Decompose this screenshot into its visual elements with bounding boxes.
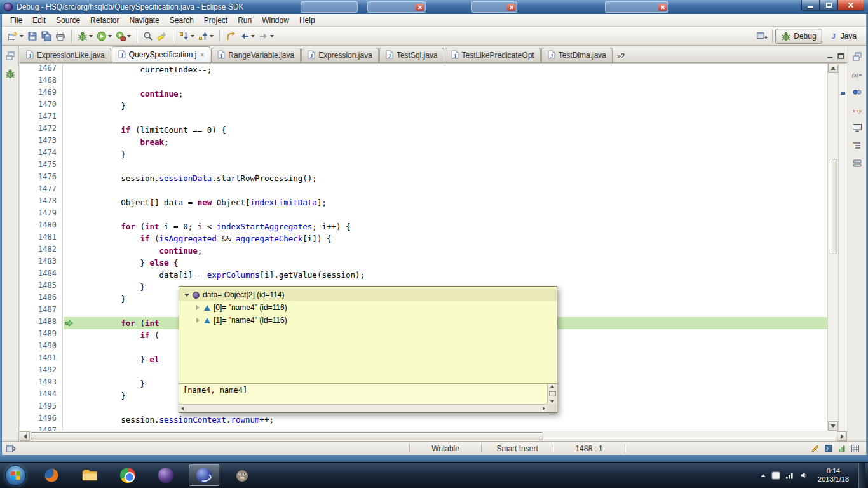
show-desktop-button[interactable] — [858, 463, 865, 488]
code-line[interactable] — [64, 112, 827, 124]
line-number[interactable]: 1477 — [20, 184, 62, 196]
code-line[interactable]: break; — [64, 136, 827, 148]
line-number[interactable]: 1494 — [20, 390, 62, 402]
horizontal-scroll-thumb[interactable] — [31, 432, 543, 440]
outline-view-icon[interactable] — [850, 139, 864, 151]
code-line[interactable]: } else { — [64, 257, 827, 269]
editor-tab[interactable]: JTestSql.java — [379, 48, 444, 62]
code-line[interactable]: data[i] = exprColumns[i].getValue(sessio… — [64, 269, 827, 281]
taskbar-chrome-icon[interactable] — [112, 464, 143, 486]
code-line[interactable]: session.sessionContext.rownum++; — [64, 414, 827, 426]
new-wizard-dropdown-icon[interactable] — [20, 35, 24, 37]
menu-file[interactable]: File — [5, 15, 27, 26]
line-number[interactable]: 1492 — [20, 365, 62, 377]
line-number[interactable]: 1481 — [20, 233, 62, 245]
line-number[interactable]: 1488 — [20, 317, 62, 329]
editor-tab[interactable]: JExpression.java — [301, 48, 379, 62]
expressions-view-icon[interactable]: x+y — [850, 104, 864, 116]
collapse-arrow-icon[interactable] — [182, 290, 191, 300]
code-line[interactable]: currentIndex--; — [64, 64, 827, 76]
line-number[interactable]: 1471 — [20, 112, 62, 124]
perspective-java-button[interactable]: JJava — [824, 29, 862, 44]
tab-close-icon[interactable]: × — [200, 51, 204, 58]
code-line[interactable]: } — [64, 100, 827, 112]
new-wizard-button[interactable] — [6, 29, 25, 44]
display-view-icon[interactable] — [850, 121, 864, 133]
mark-occurrences-button[interactable] — [155, 29, 169, 44]
taskbar-firefox-icon[interactable] — [36, 464, 67, 486]
run-dropdown-icon[interactable] — [108, 35, 112, 37]
line-number[interactable]: 1490 — [20, 341, 62, 353]
taskbar-java-icon[interactable] — [151, 464, 181, 486]
detail-horizontal-scrollbar[interactable] — [179, 404, 547, 412]
line-number[interactable]: 1493 — [20, 377, 62, 390]
line-number[interactable]: 1468 — [20, 76, 62, 88]
code-line[interactable]: continue; — [64, 245, 827, 257]
network-icon[interactable] — [785, 471, 794, 479]
previous-annotation-dropdown-icon[interactable] — [210, 35, 214, 37]
restore-views-icon[interactable] — [850, 50, 864, 62]
scroll-up-icon[interactable] — [828, 64, 838, 73]
line-number[interactable]: 1491 — [20, 353, 62, 365]
grid-icon[interactable] — [851, 444, 860, 453]
taskbar-eclipse-icon[interactable] — [189, 464, 219, 486]
code-line[interactable] — [64, 426, 827, 431]
expand-arrow-icon[interactable] — [193, 303, 203, 313]
line-number[interactable]: 1473 — [20, 136, 62, 148]
menu-run[interactable]: Run — [233, 15, 257, 26]
variable-detail-value[interactable]: [name4, name4] — [179, 384, 547, 404]
maximize-view-icon[interactable] — [837, 53, 844, 59]
vertical-scroll-thumb[interactable] — [829, 159, 837, 254]
hidden-icons-icon[interactable] — [761, 474, 766, 477]
window-titlebar[interactable]: Debug - HSQ/src/org/hsqldb/QuerySpecific… — [0, 0, 868, 14]
line-number[interactable]: 1486 — [20, 293, 62, 305]
expand-arrow-icon[interactable] — [193, 316, 203, 325]
code-line[interactable]: if (isAggregated && aggregateCheck[i]) { — [64, 233, 827, 245]
line-number-ruler[interactable]: 1467146814691470147114721473147414751476… — [20, 64, 63, 431]
overview-mark[interactable] — [841, 92, 845, 95]
console-icon[interactable] — [824, 444, 833, 453]
line-number[interactable]: 1470 — [20, 100, 62, 112]
forward-dropdown-icon[interactable] — [270, 35, 274, 37]
line-number[interactable]: 1478 — [20, 196, 62, 208]
java-search-button[interactable] — [141, 29, 155, 44]
next-annotation-dropdown-icon[interactable] — [191, 35, 194, 37]
volume-icon[interactable] — [799, 471, 808, 479]
external-tools-button[interactable] — [114, 29, 133, 44]
debug-view-icon[interactable] — [3, 67, 17, 79]
editor-tab[interactable]: JTestDima.java — [541, 48, 613, 62]
editor-tab[interactable]: JExpressionLike.java — [20, 48, 111, 62]
vertical-scrollbar[interactable] — [827, 64, 838, 431]
scroll-right-icon[interactable] — [837, 431, 847, 441]
line-number[interactable]: 1476 — [20, 172, 62, 184]
code-line[interactable]: for (int i = 0; i < indexStartAggregates… — [64, 220, 827, 233]
line-number[interactable]: 1467 — [20, 64, 62, 76]
line-number[interactable]: 1497 — [20, 426, 62, 431]
minimize-view-icon[interactable] — [827, 53, 834, 59]
menu-navigate[interactable]: Navigate — [124, 15, 164, 26]
code-line[interactable] — [64, 208, 827, 220]
menu-edit[interactable]: Edit — [27, 15, 51, 26]
print-button[interactable] — [53, 29, 67, 44]
line-number[interactable]: 1472 — [20, 124, 62, 136]
fast-view-icon[interactable] — [6, 444, 16, 453]
line-number[interactable]: 1479 — [20, 208, 62, 220]
servers-view-icon[interactable] — [850, 157, 864, 169]
menu-source[interactable]: Source — [51, 15, 85, 26]
perspective-debug-button[interactable]: Debug — [775, 29, 822, 44]
close-button[interactable] — [837, 0, 864, 11]
editor-tab[interactable]: JQuerySpecification.j× — [112, 46, 211, 62]
last-edit-location-button[interactable] — [224, 29, 238, 44]
variable-tree-row[interactable]: [1]= "name4" (id=116) — [179, 314, 557, 327]
variables-view-icon[interactable]: (x)= — [850, 68, 864, 80]
overview-ruler[interactable] — [838, 64, 847, 431]
line-number[interactable]: 1469 — [20, 88, 62, 100]
restore-views-icon[interactable] — [3, 50, 17, 62]
code-line[interactable] — [64, 184, 827, 196]
code-line[interactable]: if (limitCount == 0) { — [64, 124, 827, 136]
code-line[interactable]: Object[] data = new Object[indexLimitDat… — [64, 196, 827, 208]
menu-refactor[interactable]: Refactor — [85, 15, 124, 26]
debug-dropdown-icon[interactable] — [89, 35, 93, 37]
code-line[interactable] — [64, 160, 827, 172]
menu-help[interactable]: Help — [294, 15, 320, 26]
